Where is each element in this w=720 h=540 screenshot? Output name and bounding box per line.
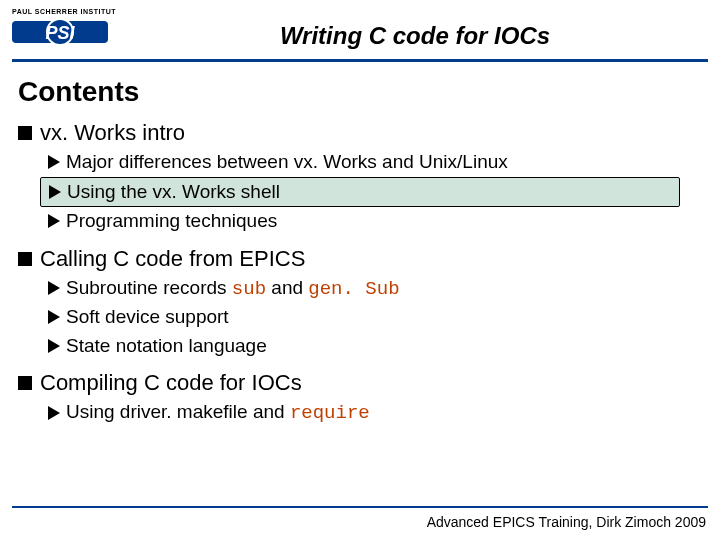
footer-text: Advanced EPICS Training, Dirk Zimoch 200…: [427, 514, 706, 530]
square-bullet-icon: [18, 126, 32, 140]
section-title: vx. Works intro: [40, 120, 185, 146]
triangle-bullet-icon: [48, 339, 60, 353]
triangle-bullet-icon: [48, 406, 60, 420]
slide-title: Writing C code for IOCs: [122, 8, 708, 50]
section-heading: vx. Works intro: [18, 120, 702, 146]
svg-text:PSI: PSI: [45, 23, 75, 43]
sub-item: Programming techniques: [44, 207, 702, 236]
contents-heading: Contents: [18, 76, 702, 108]
sub-item: State notation language: [44, 332, 702, 361]
triangle-bullet-icon: [49, 185, 61, 199]
divider-bottom: [12, 506, 708, 508]
sub-item-text: Programming techniques: [66, 207, 277, 236]
slide-content: Contents vx. Works intro Major differenc…: [0, 62, 720, 428]
code-text: gen. Sub: [308, 278, 399, 300]
triangle-bullet-icon: [48, 310, 60, 324]
square-bullet-icon: [18, 376, 32, 390]
psi-logo: PAUL SCHERRER INSTITUT PSI: [12, 8, 122, 51]
sub-item-text: Subroutine records sub and gen. Sub: [66, 274, 400, 304]
sub-item-text: Soft device support: [66, 303, 229, 332]
sub-item-text: Major differences between vx. Works and …: [66, 148, 508, 177]
triangle-bullet-icon: [48, 155, 60, 169]
triangle-bullet-icon: [48, 214, 60, 228]
section-title: Compiling C code for IOCs: [40, 370, 302, 396]
sub-item-prefix: Subroutine records: [66, 277, 232, 298]
square-bullet-icon: [18, 252, 32, 266]
psi-logo-mark: PSI: [12, 17, 108, 47]
sub-item: Using driver. makefile and require: [44, 398, 702, 428]
slide-header: PAUL SCHERRER INSTITUT PSI Writing C cod…: [0, 0, 720, 51]
sub-item: Major differences between vx. Works and …: [44, 148, 702, 177]
sub-item-prefix: Using driver. makefile and: [66, 401, 290, 422]
triangle-bullet-icon: [48, 281, 60, 295]
sub-list: Major differences between vx. Works and …: [18, 148, 702, 236]
sub-list: Using driver. makefile and require: [18, 398, 702, 428]
sub-item: Subroutine records sub and gen. Sub: [44, 274, 702, 304]
sub-item: Soft device support: [44, 303, 702, 332]
sub-list: Subroutine records sub and gen. Sub Soft…: [18, 274, 702, 361]
sub-item-text: State notation language: [66, 332, 267, 361]
code-text: require: [290, 402, 370, 424]
sub-item-text: Using the vx. Works shell: [67, 178, 280, 207]
logo-institute-text: PAUL SCHERRER INSTITUT: [12, 8, 122, 15]
section-title: Calling C code from EPICS: [40, 246, 305, 272]
section-heading: Calling C code from EPICS: [18, 246, 702, 272]
sub-item-highlighted: Using the vx. Works shell: [40, 177, 680, 208]
code-text: sub: [232, 278, 266, 300]
sub-item-text: Using driver. makefile and require: [66, 398, 370, 428]
section-heading: Compiling C code for IOCs: [18, 370, 702, 396]
sub-item-mid: and: [266, 277, 308, 298]
